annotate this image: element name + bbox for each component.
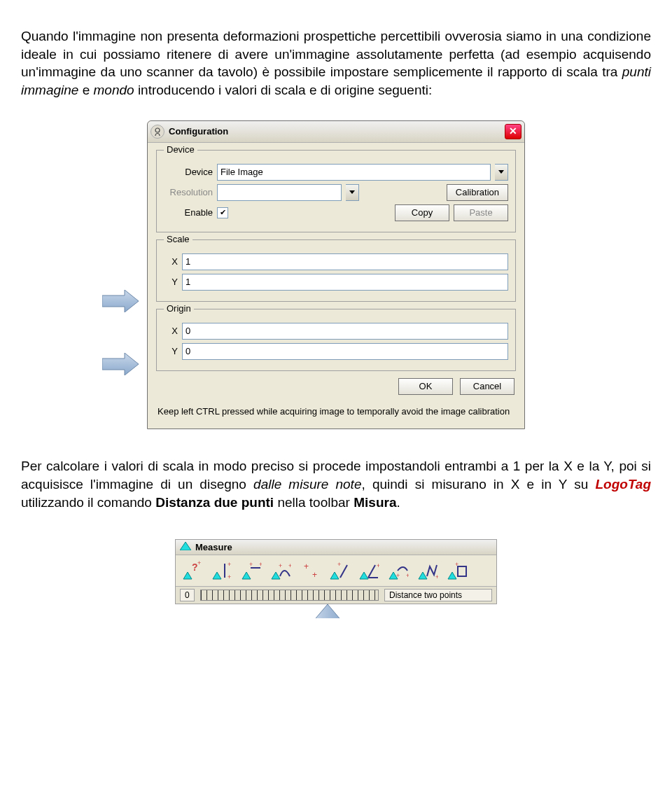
toolbar-titlebar[interactable]: Measure [176, 540, 496, 555]
para1-text2: e [78, 83, 93, 97]
origin-y-input[interactable] [182, 343, 508, 360]
svg-text:+: + [337, 561, 341, 568]
toolbar-title: Measure [195, 542, 232, 552]
instruction-paragraph: Per calcolare i valori di scala in modo … [21, 457, 651, 511]
copy-button[interactable]: Copy [395, 204, 449, 221]
measure-horizontal-icon[interactable]: ++ [237, 558, 265, 583]
svg-marker-4 [183, 572, 192, 579]
measure-area-icon[interactable]: + [443, 558, 471, 583]
origin-fieldset: Origin X Y [156, 309, 516, 371]
svg-line-25 [368, 565, 375, 578]
origin-x-label: X [164, 326, 178, 336]
svg-marker-35 [312, 604, 343, 618]
svg-marker-11 [242, 572, 251, 579]
svg-text:+: + [279, 562, 282, 569]
measure-title-icon [180, 542, 191, 552]
svg-marker-1 [102, 353, 139, 375]
calibration-button[interactable]: Calibration [447, 184, 508, 201]
toolbar-icons-row: ?+ ++ ++ ++ ++ + + ++ + + [176, 555, 496, 587]
device-fieldset: Device Device Resolution Calibration Ena… [156, 150, 516, 232]
svg-marker-7 [213, 572, 221, 579]
device-select[interactable] [217, 164, 491, 181]
measure-diagonal-icon[interactable]: ++ [267, 558, 295, 583]
measure-angle-icon[interactable]: + [355, 558, 383, 583]
dialog-help-text: Keep left CTRL pressed while acquiring i… [148, 399, 524, 429]
resolution-field [217, 184, 342, 201]
resolution-label: Resolution [164, 187, 213, 197]
resolution-dropdown-button [346, 184, 359, 201]
svg-marker-3 [180, 542, 191, 550]
svg-marker-20 [330, 572, 339, 579]
dialog-icon [150, 125, 164, 139]
measure-toolbar: Measure ?+ ++ ++ ++ ++ + + ++ + + 0 Dist… [175, 539, 497, 604]
scale-x-input[interactable] [182, 253, 508, 270]
distance-two-points-icon[interactable]: ++ [296, 558, 324, 583]
p2-b1: Distanza due punti [155, 495, 274, 510]
pointer-arrow-toolbar [312, 604, 343, 618]
scale-y-input[interactable] [182, 274, 508, 291]
p2-t3: utilizzando il comando [21, 495, 155, 510]
measure-arc-icon[interactable]: ++ [384, 558, 412, 583]
device-dropdown-button[interactable] [495, 164, 508, 181]
para1-text3: introducendo i valori di scala e di orig… [134, 83, 433, 97]
dialog-button-row: OK Cancel [148, 378, 524, 399]
svg-text:+: + [197, 561, 201, 566]
device-label: Device [164, 167, 213, 177]
dialog-titlebar[interactable]: Configuration ✕ [148, 121, 524, 143]
measure-help-icon[interactable]: ?+ [178, 558, 206, 583]
p2-t4: nella toolbar [274, 495, 354, 510]
scale-x-label: X [164, 256, 178, 267]
close-button[interactable]: ✕ [505, 124, 522, 139]
svg-rect-33 [458, 566, 466, 576]
measure-vertical-icon[interactable]: ++ [208, 558, 236, 583]
ok-button[interactable]: OK [398, 378, 453, 395]
paste-button: Paste [454, 204, 508, 221]
svg-line-21 [340, 565, 347, 578]
status-ruler [200, 590, 379, 601]
p2-t5: . [396, 495, 400, 510]
measure-toolbar-container: Measure ?+ ++ ++ ++ ++ + + ++ + + 0 Dist… [175, 539, 497, 604]
scale-fieldset: Scale X Y [156, 239, 516, 302]
svg-text:+: + [377, 562, 379, 569]
intro-paragraph: Quando l'immagine non presenta deformazi… [21, 27, 651, 99]
check-icon: ✔ [220, 208, 226, 217]
svg-marker-32 [448, 572, 456, 579]
svg-text:+: + [396, 572, 400, 579]
svg-text:+: + [259, 561, 262, 568]
svg-text:+: + [455, 561, 458, 568]
svg-text:+: + [288, 562, 291, 569]
scale-y-label: Y [164, 277, 178, 287]
svg-marker-0 [102, 290, 139, 312]
svg-point-2 [155, 128, 160, 132]
pointer-arrow-scale [102, 290, 139, 312]
enable-checkbox[interactable]: ✔ [217, 207, 228, 218]
p2-t2: , quindi si misurano in X e in Y su [361, 477, 595, 492]
dialog-title: Configuration [169, 126, 505, 137]
enable-label: Enable [164, 207, 213, 218]
toolbar-status-bar: 0 Distance two points [176, 587, 496, 604]
origin-legend: Origin [164, 303, 194, 314]
measure-path-icon[interactable]: + [414, 558, 442, 583]
svg-marker-23 [360, 572, 368, 579]
svg-text:+: + [435, 573, 438, 580]
svg-text:+: + [312, 570, 317, 580]
device-legend: Device [164, 144, 197, 155]
svg-text:+: + [227, 573, 231, 580]
svg-marker-15 [272, 572, 280, 579]
svg-text:+: + [227, 561, 231, 568]
logotag-text: LogoTag [596, 477, 652, 492]
svg-text:+: + [249, 561, 253, 568]
origin-y-label: Y [164, 346, 178, 356]
scale-legend: Scale [164, 234, 192, 244]
cancel-button[interactable]: Cancel [460, 378, 514, 395]
para1-text: Quando l'immagine non presenta deformazi… [21, 29, 651, 79]
pointer-arrow-origin [102, 353, 139, 375]
status-label: Distance two points [384, 589, 492, 601]
measure-point-line-icon[interactable]: + [326, 558, 354, 583]
svg-marker-30 [419, 572, 427, 579]
chevron-down-icon [498, 170, 504, 174]
origin-x-input[interactable] [182, 323, 508, 340]
svg-text:+: + [406, 572, 409, 579]
status-zero: 0 [180, 589, 195, 601]
configuration-dialog-container: Configuration ✕ Device Device Resolution… [147, 120, 525, 430]
